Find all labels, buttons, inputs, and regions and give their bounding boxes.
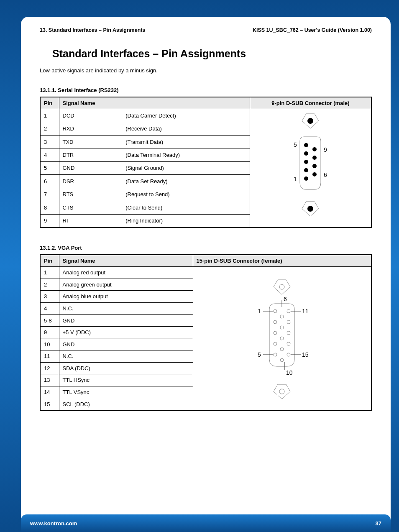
svg-point-7 — [312, 147, 317, 151]
label-pin1: 1 — [258, 308, 261, 315]
pin-cell: 1 — [40, 109, 59, 122]
vga-diagram: 1 5 6 10 11 15 — [193, 267, 371, 411]
page-title: Standard Interfaces – Pin Assignments — [52, 48, 372, 60]
footer-url: www.kontron.com — [30, 520, 77, 527]
svg-point-12 — [307, 206, 313, 212]
svg-point-24 — [280, 358, 284, 362]
signal-desc: (Data Carrier Detect) — [122, 109, 250, 122]
db9-male-diagram: 5 1 9 6 — [277, 112, 344, 225]
signal-abbr: DCD — [59, 109, 122, 122]
label-pin5: 5 — [258, 351, 261, 358]
label-pin11: 11 — [302, 308, 309, 315]
svg-point-18 — [274, 342, 277, 345]
label-pin10: 10 — [286, 369, 293, 376]
svg-point-10 — [312, 172, 317, 176]
vga-table: Pin Signal Name 15-pin D-SUB Connector (… — [40, 254, 372, 411]
running-header: 13. Standard Interfaces – Pin Assignment… — [40, 27, 372, 33]
table-row: 1 DCD (Data Carrier Detect) — [40, 109, 371, 122]
svg-point-9 — [312, 164, 317, 168]
svg-point-1 — [307, 118, 313, 124]
svg-point-25 — [287, 309, 290, 313]
serial-diagram: 5 1 9 6 — [250, 109, 371, 228]
svg-point-23 — [280, 348, 284, 351]
serial-heading: 13.1.1. Serial Interface (RS232) — [40, 87, 372, 93]
header-right: KISS 1U_SBC_762 – User's Guide (Version … — [253, 27, 372, 33]
svg-point-3 — [304, 151, 308, 156]
col-diagram: 9-pin D-SUB Connector (male) — [250, 97, 371, 109]
label-pin15: 15 — [302, 351, 309, 358]
serial-table: Pin Signal Name 9-pin D-SUB Connector (m… — [40, 97, 372, 228]
svg-point-21 — [280, 326, 284, 329]
svg-point-26 — [287, 320, 290, 324]
intro-text: Low-active signals are indicated by a mi… — [40, 67, 372, 74]
label-pin6: 6 — [284, 296, 287, 302]
svg-point-15 — [274, 309, 277, 313]
col-signal: Signal Name — [59, 97, 250, 109]
pin-cell: 1 — [40, 267, 59, 279]
svg-point-29 — [287, 353, 290, 356]
label-pin1: 1 — [294, 176, 297, 182]
table-row: 1 Analog red output — [40, 267, 371, 279]
signal-cell: Analog red output — [59, 267, 193, 279]
svg-point-37 — [279, 389, 284, 394]
col-signal: Signal Name — [59, 255, 193, 267]
label-pin6: 6 — [324, 171, 327, 178]
svg-point-27 — [287, 331, 290, 335]
svg-point-8 — [312, 156, 317, 160]
col-pin: Pin — [40, 255, 59, 267]
svg-point-14 — [279, 284, 284, 289]
svg-point-22 — [280, 337, 284, 340]
label-pin9: 9 — [324, 146, 327, 153]
page: 13. Standard Interfaces – Pin Assignment… — [21, 17, 391, 532]
svg-point-5 — [304, 168, 308, 172]
col-pin: Pin — [40, 97, 59, 109]
page-footer: www.kontron.com 37 — [21, 514, 391, 532]
svg-point-6 — [304, 176, 308, 181]
svg-point-4 — [304, 160, 308, 164]
svg-point-19 — [274, 353, 277, 356]
footer-page-number: 37 — [376, 520, 381, 527]
db15-female-diagram: 1 5 6 10 11 15 — [240, 269, 324, 407]
svg-point-28 — [287, 342, 290, 345]
label-pin5: 5 — [294, 141, 297, 148]
col-diagram: 15-pin D-SUB Connector (female) — [193, 255, 371, 267]
header-left: 13. Standard Interfaces – Pin Assignment… — [40, 27, 145, 33]
svg-point-17 — [274, 331, 277, 335]
svg-point-16 — [274, 320, 277, 324]
svg-point-2 — [304, 143, 308, 147]
svg-point-20 — [280, 315, 284, 318]
vga-heading: 13.1.2. VGA Port — [40, 245, 372, 251]
